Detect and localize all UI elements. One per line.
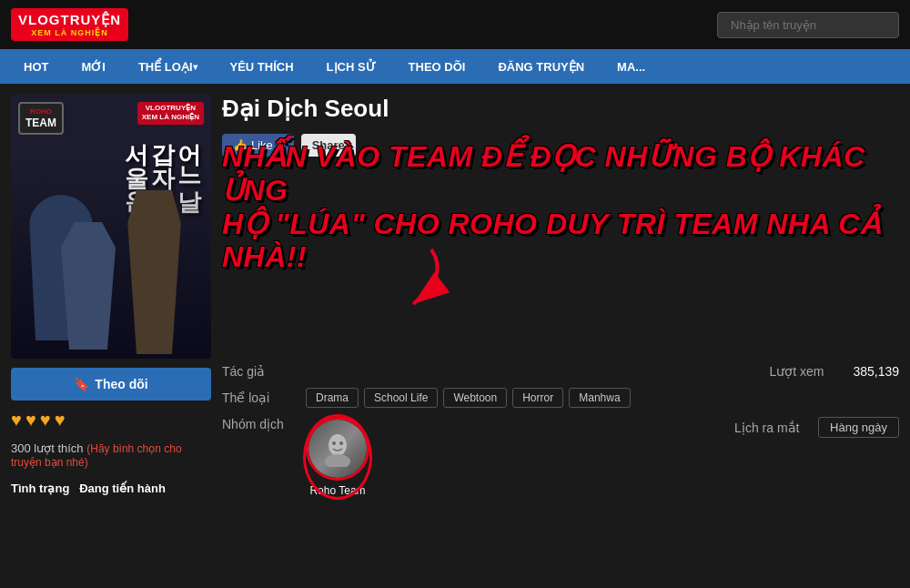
header: VLOGTRUYỆN XEM LÀ NGHIỆN	[0, 0, 910, 49]
figure-3	[125, 190, 184, 354]
logo-bottom: XEM LÀ NGHIỆN	[31, 28, 108, 37]
rating-row: ♥ ♥ ♥ ♥	[11, 410, 211, 431]
rating-count: 300 lượt thích (Hãy bình chọn cho truyện…	[11, 441, 211, 469]
arrow-icon	[349, 240, 459, 313]
nav-item-theodoi[interactable]: THEO DÕI	[392, 49, 482, 84]
release-schedule-button[interactable]: Hàng ngày	[818, 417, 899, 438]
left-panel: ROHO TEAM VLOGTRUYỆN XEM LÀ NGHIỆN 어느날갑자…	[11, 95, 211, 577]
figure-2	[61, 222, 116, 350]
tag-horror[interactable]: Horror	[512, 388, 563, 408]
bookmark-icon: 🔖	[74, 377, 89, 391]
svg-point-2	[325, 454, 350, 467]
nav-item-moi[interactable]: MỚI	[65, 49, 121, 84]
the-loai-row: Thể loại Drama School Life Webtoon Horro…	[222, 388, 899, 408]
tag-webtoon[interactable]: Webtoon	[443, 388, 507, 408]
manga-title: Đại Dịch Seoul	[222, 95, 899, 123]
tag-drama[interactable]: Drama	[306, 388, 359, 408]
logo-area[interactable]: VLOGTRUYỆN XEM LÀ NGHIỆN	[11, 8, 128, 41]
avatar-face-icon	[319, 431, 356, 467]
avatar-inner	[308, 420, 367, 478]
the-loai-label: Thể loại	[222, 390, 295, 405]
promo-overlay: NHẤN VÀO TEAM ĐỂ ĐỌC NHỮNG BỘ KHÁC ỦNG H…	[222, 140, 899, 274]
nhom-dich-row: Nhóm dịch	[222, 417, 899, 497]
heart-1[interactable]: ♥	[11, 410, 22, 431]
group-avatar[interactable]	[306, 417, 369, 481]
heart-3[interactable]: ♥	[40, 410, 51, 431]
nhom-dich-label: Nhóm dịch	[222, 417, 295, 431]
main-content: ROHO TEAM VLOGTRUYỆN XEM LÀ NGHIỆN 어느날갑자…	[0, 84, 910, 588]
luot-xem-value: 385,139	[853, 364, 899, 379]
tac-gia-label: Tác giả	[222, 364, 295, 379]
nhom-dich-section: Roho Team	[306, 417, 369, 497]
cover-figures	[11, 158, 211, 359]
status-value: Đang tiến hành	[79, 482, 166, 495]
cover-watermark: VLOGTRUYỆN XEM LÀ NGHIỆN	[137, 102, 204, 125]
tag-manhwa[interactable]: Manhwa	[569, 388, 630, 408]
nav-item-more[interactable]: MA...	[601, 49, 662, 84]
nav-item-lichsu[interactable]: LỊCH SỬ	[310, 49, 392, 84]
thumbs-icon: 👍	[233, 138, 248, 152]
svg-point-4	[339, 441, 343, 445]
luot-xem-area: Lượt xem 385,139	[769, 364, 899, 379]
nav-item-theloai[interactable]: THỂ LOẠI	[122, 49, 214, 84]
lich-ra-mat-area: Lịch ra mắt Hàng ngày	[734, 417, 899, 438]
nav: HOT MỚI THỂ LOẠI YÊU THÍCH LỊCH SỬ THEO …	[0, 49, 910, 84]
logo-top: VLOGTRUYỆN	[18, 12, 121, 28]
group-name: Roho Team	[309, 484, 365, 497]
manga-cover[interactable]: ROHO TEAM VLOGTRUYỆN XEM LÀ NGHIỆN 어느날갑자…	[11, 95, 211, 359]
group-avatar-wrapper: Roho Team	[306, 417, 369, 497]
nav-item-dangtruyen[interactable]: ĐĂNG TRUYỆN	[481, 49, 601, 84]
action-buttons: 👍 Like 0 Share	[222, 134, 899, 157]
promo-line-2: HỘ "LÚA" CHO ROHO DUY TRÌ TEAM NHA CẢ NH…	[222, 208, 899, 275]
logo-box: VLOGTRUYỆN XEM LÀ NGHIỆN	[11, 8, 128, 41]
tac-gia-row: Tác giả Lượt xem 385,139	[222, 364, 899, 379]
share-button[interactable]: Share	[301, 134, 356, 157]
meta-section: Tác giả Lượt xem 385,139 Thể loại Drama …	[222, 364, 899, 506]
svg-point-3	[332, 441, 336, 445]
tag-schoollife[interactable]: School Life	[364, 388, 438, 408]
right-panel: Đại Dịch Seoul 👍 Like 0 Share NHẤN VÀO T…	[222, 95, 899, 577]
status-row: Tình trạng Đang tiến hành	[11, 482, 211, 495]
follow-button[interactable]: 🔖 Theo dõi	[11, 368, 211, 400]
luot-xem-label: Lượt xem	[769, 364, 842, 379]
cover-badge: ROHO TEAM	[18, 102, 64, 135]
svg-point-1	[329, 434, 347, 456]
tags-container: Drama School Life Webtoon Horror Manhwa	[306, 388, 631, 408]
nav-item-yeuthich[interactable]: YÊU THÍCH	[214, 49, 310, 84]
heart-2[interactable]: ♥	[25, 410, 36, 431]
search-input[interactable]	[717, 12, 899, 38]
nav-item-hot[interactable]: HOT	[7, 49, 65, 84]
heart-4[interactable]: ♥	[55, 410, 66, 431]
lich-ra-mat-label: Lịch ra mắt	[734, 421, 807, 435]
like-button[interactable]: 👍 Like 0	[222, 134, 294, 157]
